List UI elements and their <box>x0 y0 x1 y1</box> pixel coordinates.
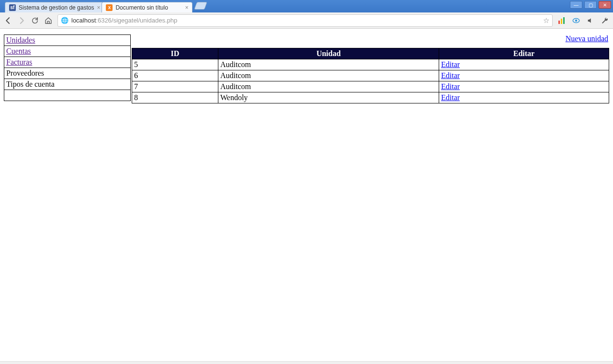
cell-editar: Editar <box>439 92 609 103</box>
tab-title: Sistema de gestion de gastos <box>19 4 94 11</box>
url-text: localhost:6326/sigegatel/unidades.php <box>71 17 543 24</box>
new-unit-row: Nueva unidad <box>132 34 609 43</box>
col-editar-header: Editar <box>439 48 609 59</box>
sidebar-link[interactable]: Unidades <box>6 36 35 44</box>
address-bar[interactable]: 🌐 localhost:6326/sigegatel/unidades.php … <box>57 14 553 27</box>
extension-eye-icon[interactable] <box>572 16 580 25</box>
extension-sound-icon[interactable] <box>586 16 595 25</box>
globe-icon: 🌐 <box>61 17 68 24</box>
close-window-button[interactable]: ✕ <box>599 1 611 9</box>
edit-link[interactable]: Editar <box>441 71 460 80</box>
bookmark-star-icon[interactable]: ☆ <box>543 16 549 25</box>
edit-link[interactable]: Editar <box>441 60 460 68</box>
page-content: UnidadesCuentasFacturasProveedoresTipos … <box>0 29 613 364</box>
extension-bars-icon[interactable] <box>557 16 566 25</box>
status-bar <box>0 361 613 364</box>
new-unit-link[interactable]: Nueva unidad <box>566 34 608 43</box>
tab-title: Documento sin título <box>115 4 182 11</box>
svg-rect-1 <box>561 19 562 24</box>
cell-unidad: Auditcom <box>218 81 439 92</box>
browser-toolbar: 🌐 localhost:6326/sigegatel/unidades.php … <box>0 12 613 29</box>
sidebar-item <box>4 90 131 101</box>
window-controls: — ▢ ✕ <box>570 1 611 9</box>
cell-id: 7 <box>132 81 218 92</box>
cell-unidad: Auditcom <box>218 59 439 70</box>
sidebar-nav: UnidadesCuentasFacturasProveedoresTipos … <box>4 34 131 101</box>
sidebar-item[interactable]: Facturas <box>4 57 131 68</box>
sidebar-link[interactable]: Facturas <box>6 58 32 66</box>
close-tab-icon[interactable]: × <box>97 4 100 11</box>
back-button[interactable] <box>4 16 12 25</box>
table-row: 5AuditcomEditar <box>132 59 609 70</box>
browser-tab-0[interactable]: sf Sistema de gestion de gastos × <box>5 2 104 12</box>
browser-tab-1[interactable]: x Documento sin título × <box>102 2 193 12</box>
cell-id: 5 <box>132 59 218 70</box>
sidebar-item: Proveedores <box>4 68 131 79</box>
table-row: 7AuditcomEditar <box>132 81 609 92</box>
extension-icons <box>557 16 609 25</box>
table-header-row: ID Unidad Editar <box>132 48 609 59</box>
maximize-button[interactable]: ▢ <box>584 1 597 9</box>
cell-unidad: Wendoly <box>218 92 439 103</box>
table-row: 8WendolyEditar <box>132 92 609 103</box>
cell-editar: Editar <box>439 81 609 92</box>
sidebar-link[interactable]: Cuentas <box>6 47 31 55</box>
home-button[interactable] <box>44 16 53 25</box>
svg-rect-0 <box>558 21 560 24</box>
reload-button[interactable] <box>31 16 39 25</box>
svg-rect-2 <box>563 17 565 24</box>
cell-editar: Editar <box>439 70 609 81</box>
col-id-header: ID <box>132 48 218 59</box>
browser-titlebar: sf Sistema de gestion de gastos × x Docu… <box>0 0 613 12</box>
tab-strip: sf Sistema de gestion de gastos × x Docu… <box>0 0 206 12</box>
sidebar-item[interactable]: Unidades <box>4 35 131 46</box>
cell-unidad: Auditcom <box>218 70 439 81</box>
table-row: 6AuditcomEditar <box>132 70 609 81</box>
col-unidad-header: Unidad <box>218 48 439 59</box>
cell-id: 6 <box>132 70 218 81</box>
minimize-button[interactable]: — <box>570 1 582 9</box>
favicon-icon: x <box>106 4 113 11</box>
cell-editar: Editar <box>439 59 609 70</box>
svg-point-4 <box>575 19 578 22</box>
forward-button[interactable] <box>17 16 26 25</box>
favicon-icon: sf <box>9 4 16 11</box>
units-table: ID Unidad Editar 5AuditcomEditar6Auditco… <box>132 48 609 103</box>
close-tab-icon[interactable]: × <box>185 4 188 11</box>
edit-link[interactable]: Editar <box>441 82 460 91</box>
main-area: Nueva unidad ID Unidad Editar 5AuditcomE… <box>132 34 609 103</box>
new-tab-button[interactable] <box>194 2 208 10</box>
sidebar-item: Tipos de cuenta <box>4 79 131 90</box>
edit-link[interactable]: Editar <box>441 93 460 102</box>
sidebar-item[interactable]: Cuentas <box>4 46 131 57</box>
wrench-menu-icon[interactable] <box>601 16 609 25</box>
cell-id: 8 <box>132 92 218 103</box>
